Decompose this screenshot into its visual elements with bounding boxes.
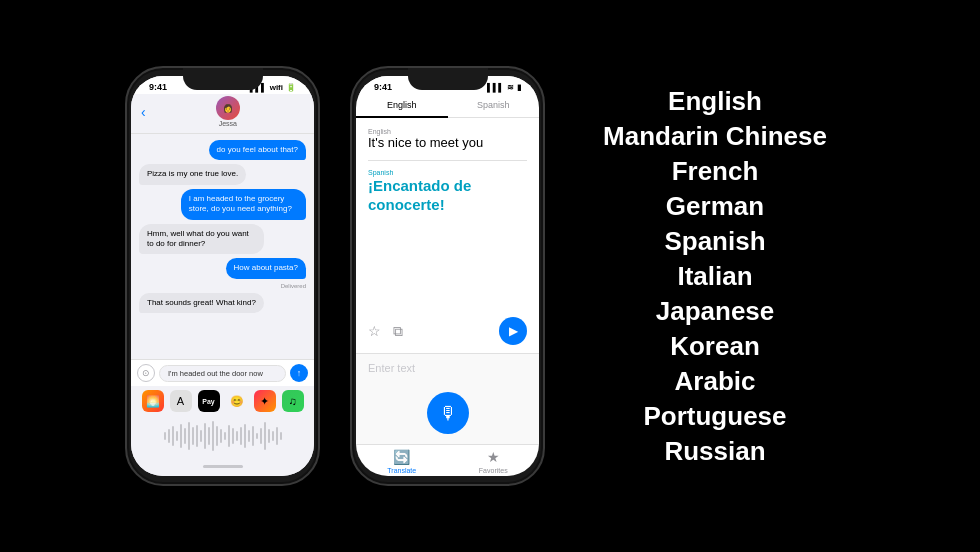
tab-english[interactable]: English bbox=[356, 94, 448, 118]
avatar: 👩 bbox=[216, 96, 240, 120]
wave-bar bbox=[244, 424, 246, 448]
copy-icon[interactable]: ⧉ bbox=[393, 323, 403, 340]
memoji-icon[interactable]: 😊 bbox=[226, 390, 248, 412]
language-item-italian: Italian bbox=[585, 261, 845, 292]
message-bubble: I am headed to the grocery store, do you… bbox=[181, 189, 306, 220]
play-button[interactable]: ▶ bbox=[499, 317, 527, 345]
enter-text-area[interactable]: Enter text bbox=[356, 353, 539, 382]
photos-app-icon[interactable]: 🌅 bbox=[142, 390, 164, 412]
translate-app: 9:41 ▌▌▌ ≋ ▮ English Spanish bbox=[356, 76, 539, 476]
status-bar-1: 9:41 ▌▌▌ wifi 🔋 bbox=[131, 76, 314, 94]
message-bubble: How about pasta? bbox=[226, 258, 307, 278]
message-text: Hmm, well what do you want to do for din… bbox=[147, 229, 249, 248]
sticker-icon[interactable]: ✦ bbox=[254, 390, 276, 412]
waveform-area bbox=[131, 416, 314, 456]
tab-english-label: English bbox=[387, 100, 417, 110]
delivered-status: Delivered bbox=[281, 283, 306, 289]
status-time-2: 9:41 bbox=[374, 82, 392, 92]
message-bubble: do you feel about that? bbox=[209, 140, 306, 160]
wave-bar bbox=[196, 425, 198, 447]
status-icons-2: ▌▌▌ ≋ ▮ bbox=[487, 83, 521, 92]
translation-content: English It's nice to meet you Spanish ¡E… bbox=[356, 118, 539, 309]
home-indicator bbox=[131, 456, 314, 476]
source-section: English It's nice to meet you bbox=[368, 128, 527, 152]
translated-text: ¡Encantado de conocerte! bbox=[368, 176, 527, 215]
divider bbox=[368, 160, 527, 161]
language-item-french: French bbox=[585, 156, 845, 187]
status-icons-1: ▌▌▌ wifi 🔋 bbox=[250, 83, 296, 92]
signal-icon: ▌▌▌ bbox=[250, 83, 267, 92]
star-icon[interactable]: ☆ bbox=[368, 323, 381, 340]
wave-bar bbox=[208, 427, 210, 445]
wave-bar bbox=[216, 426, 218, 446]
footer-favorites-label: Favorites bbox=[479, 467, 508, 474]
wifi-icon: ≋ bbox=[507, 83, 514, 92]
phone-messages: 9:41 ▌▌▌ wifi 🔋 ‹ 👩 Jessa bbox=[125, 66, 320, 486]
action-icons-left: ☆ ⧉ bbox=[368, 323, 403, 340]
mic-container: 🎙 bbox=[356, 382, 539, 444]
signal-icon: ▌▌▌ bbox=[487, 83, 504, 92]
footer-translate-label: Translate bbox=[387, 467, 416, 474]
wave-bar bbox=[200, 430, 202, 442]
tab-spanish[interactable]: Spanish bbox=[448, 94, 540, 117]
wave-bar bbox=[280, 432, 282, 440]
microphone-button[interactable]: 🎙 bbox=[427, 392, 469, 434]
home-bar bbox=[203, 465, 243, 468]
wave-bar bbox=[252, 426, 254, 446]
language-item-korean: Korean bbox=[585, 331, 845, 362]
wave-bar bbox=[276, 427, 278, 445]
language-item-spanish: Spanish bbox=[585, 226, 845, 257]
wave-bar bbox=[260, 428, 262, 444]
language-item-russian: Russian bbox=[585, 436, 845, 467]
message-bubble: That sounds great! What kind? bbox=[139, 293, 264, 313]
wave-bar bbox=[188, 422, 190, 450]
message-text: I am headed to the grocery store, do you… bbox=[189, 194, 292, 213]
wave-bar bbox=[172, 426, 174, 446]
source-lang-label: English bbox=[368, 128, 527, 135]
avatar-image: 👩 bbox=[216, 96, 240, 120]
battery-icon: 🔋 bbox=[286, 83, 296, 92]
footer-tab-translate[interactable]: 🔄 Translate bbox=[356, 449, 448, 474]
phones-container: 9:41 ▌▌▌ wifi 🔋 ‹ 👩 Jessa bbox=[95, 66, 545, 486]
wave-bar bbox=[268, 429, 270, 443]
target-section: Spanish ¡Encantado de conocerte! bbox=[368, 169, 527, 215]
contact-name: Jessa bbox=[219, 120, 237, 127]
wave-bar bbox=[180, 424, 182, 448]
wave-bar bbox=[236, 431, 238, 441]
message-text: How about pasta? bbox=[234, 263, 299, 272]
language-item-japanese: Japanese bbox=[585, 296, 845, 327]
wave-bar bbox=[232, 428, 234, 444]
wave-bar bbox=[264, 422, 266, 450]
footer-tab-favorites[interactable]: ★ Favorites bbox=[448, 449, 540, 474]
messages-header: ‹ 👩 Jessa bbox=[131, 94, 314, 134]
enter-text-placeholder: Enter text bbox=[368, 362, 415, 374]
favorites-icon: ★ bbox=[487, 449, 500, 465]
send-button[interactable]: ↑ bbox=[290, 364, 308, 382]
input-bar: ⊙ I'm headed out the door now ↑ bbox=[131, 359, 314, 386]
language-item-german: German bbox=[585, 191, 845, 222]
appstore-icon[interactable]: A bbox=[170, 390, 192, 412]
message-input[interactable]: I'm headed out the door now bbox=[159, 365, 286, 382]
applepay-icon[interactable]: Pay bbox=[198, 390, 220, 412]
translate-footer: 🔄 Translate ★ Favorites bbox=[356, 444, 539, 476]
wave-bar bbox=[164, 432, 166, 440]
translate-screen: 9:41 ▌▌▌ ≋ ▮ English Spanish bbox=[356, 76, 539, 476]
language-item-arabic: Arabic bbox=[585, 366, 845, 397]
wave-bar bbox=[168, 429, 170, 443]
message-bubble: Pizza is my one true love. bbox=[139, 164, 246, 184]
music-icon[interactable]: ♫ bbox=[282, 390, 304, 412]
mic-icon[interactable]: ⊙ bbox=[137, 364, 155, 382]
messages-app: 9:41 ▌▌▌ wifi 🔋 ‹ 👩 Jessa bbox=[131, 76, 314, 476]
message-text: That sounds great! What kind? bbox=[147, 298, 256, 307]
wifi-icon: wifi bbox=[270, 83, 283, 92]
wave-bar bbox=[204, 423, 206, 449]
translate-icon: 🔄 bbox=[393, 449, 410, 465]
back-icon[interactable]: ‹ bbox=[141, 104, 146, 120]
target-lang-label: Spanish bbox=[368, 169, 527, 176]
status-time-1: 9:41 bbox=[149, 82, 167, 92]
battery-icon: ▮ bbox=[517, 83, 521, 92]
waveform-bars bbox=[164, 421, 282, 451]
wave-bar bbox=[272, 431, 274, 441]
wave-bar bbox=[248, 430, 250, 442]
tab-spanish-label: Spanish bbox=[477, 100, 510, 110]
